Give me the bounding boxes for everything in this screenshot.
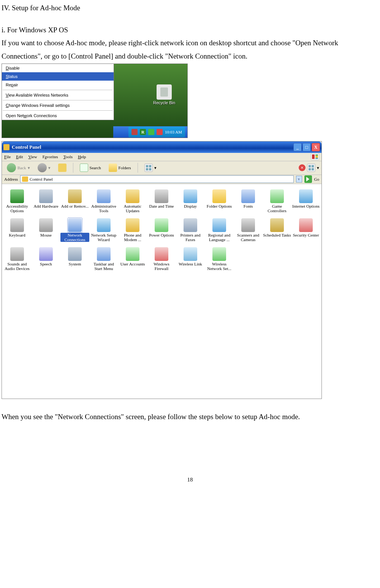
address-bar: Address Control Panel v Go (2, 175, 321, 184)
control-panel-item[interactable]: Regional and Language ... (205, 218, 234, 242)
control-panel-item[interactable]: System (60, 247, 89, 271)
control-panel-item[interactable]: Internet Options (291, 189, 320, 213)
applet-label: Administrative Tools (89, 204, 118, 213)
control-panel-item[interactable]: Scheduled Tasks (263, 218, 291, 242)
chevron-down-icon: ▾ (28, 165, 30, 170)
control-panel-item[interactable]: Speech (32, 247, 60, 271)
applet-label: Speech (32, 262, 60, 266)
address-label: Address (4, 177, 18, 181)
recycle-bin-desktop-icon[interactable]: Recycle Bin (151, 84, 177, 105)
control-panel-item[interactable]: Scanners and Cameras (234, 218, 263, 242)
control-panel-item[interactable]: Wireless Link (176, 247, 205, 271)
applet-icon (155, 247, 168, 261)
menu-favorites[interactable]: Favorites (43, 154, 58, 159)
address-value: Control Panel (30, 177, 53, 181)
applet-label: System (60, 262, 89, 266)
control-panel-item[interactable]: Automatic Updates (118, 189, 147, 213)
applet-icon (10, 247, 24, 261)
menu-edit[interactable]: Edit (16, 154, 23, 159)
chevron-down-icon: ▾ (317, 165, 319, 170)
up-button[interactable] (55, 162, 69, 173)
go-button[interactable] (304, 175, 312, 183)
applet-icon (126, 247, 139, 261)
stop-icon[interactable]: × (299, 164, 306, 171)
forward-button[interactable]: ▾ (35, 162, 53, 173)
tray-safely-remove-icon[interactable] (148, 129, 154, 135)
back-button[interactable]: Back ▾ (4, 162, 33, 173)
control-panel-icon (3, 144, 10, 150)
address-dropdown-icon[interactable]: v (296, 176, 302, 183)
control-panel-item[interactable]: Network Connections (60, 218, 89, 242)
applet-icon (126, 189, 139, 203)
folders-icon (109, 164, 117, 172)
windows-flag-icon (311, 153, 319, 160)
control-panel-item[interactable]: Wireless Network Set... (205, 247, 234, 271)
applet-icon (241, 218, 255, 232)
go-label: Go (314, 177, 319, 181)
close-button[interactable]: X (312, 143, 320, 151)
context-menu-item[interactable]: Status (2, 72, 114, 81)
control-panel-item[interactable]: User Accounts (118, 247, 147, 271)
paragraph-1: If you want to choose Ad-hoc mode, pleas… (2, 37, 378, 62)
applet-icon (241, 189, 255, 203)
titlebar: Control Panel _ □ X (2, 141, 321, 153)
maximize-button[interactable]: □ (302, 143, 311, 151)
applet-label: Scheduled Tasks (263, 233, 291, 237)
control-panel-item[interactable]: Mouse (32, 218, 60, 242)
thumbnails-icon[interactable] (307, 164, 315, 172)
applet-icon (97, 218, 111, 232)
control-panel-item[interactable]: Add or Remov... (60, 189, 89, 213)
control-panel-item[interactable]: Folder Options (205, 189, 234, 213)
tray-network-off-icon[interactable] (131, 129, 138, 135)
system-tray: R 10:03 AM (128, 127, 185, 137)
taskbar-clock[interactable]: 10:03 AM (165, 130, 182, 134)
control-panel-item[interactable]: Keyboard (3, 218, 32, 242)
menubar: File Edit View Favorites Tools Help (2, 153, 321, 161)
applet-icon (68, 247, 82, 261)
control-panel-item[interactable]: Phone and Modem ... (118, 218, 147, 242)
folders-button[interactable]: Folders (106, 162, 134, 173)
menu-help[interactable]: Help (78, 154, 86, 159)
toolbar-separator (73, 163, 73, 173)
applet-icon (270, 189, 284, 203)
control-panel-item[interactable]: Security Center (291, 218, 320, 242)
control-panel-item[interactable]: Printers and Faxes (176, 218, 205, 242)
control-panel-item[interactable]: Game Controllers (263, 189, 291, 213)
control-panel-item[interactable]: Power Options (147, 218, 176, 242)
control-panel-item[interactable]: Administrative Tools (89, 189, 118, 213)
context-menu-item[interactable]: Repair (2, 81, 114, 89)
control-panel-item[interactable]: Display (176, 189, 205, 213)
control-panel-item[interactable]: Date and Time (147, 189, 176, 213)
control-panel-item[interactable]: Network Setup Wizard (89, 218, 118, 242)
applet-icon (184, 247, 197, 261)
taskbar: R 10:03 AM (113, 126, 187, 138)
recycle-bin-icon (157, 84, 172, 100)
tray-r-icon[interactable]: R (140, 129, 146, 135)
control-panel-item[interactable]: Sounds and Audio Devices (3, 247, 32, 271)
control-panel-item[interactable]: Taskbar and Start Menu (89, 247, 118, 271)
applet-label: Keyboard (3, 233, 32, 237)
views-button[interactable]: ▾ (142, 162, 159, 173)
menu-separator (3, 90, 113, 90)
address-input[interactable]: Control Panel (20, 175, 293, 183)
applet-label: Wireless Link (176, 262, 205, 266)
menu-tools[interactable]: Tools (63, 154, 73, 159)
menu-view[interactable]: View (28, 154, 37, 159)
control-panel-screenshot: Control Panel _ □ X File Edit View Favor… (2, 141, 322, 399)
section-heading: IV. Setup for Ad-hoc Mode (2, 2, 378, 14)
control-panel-item[interactable]: Fonts (234, 189, 263, 213)
minimize-button[interactable]: _ (293, 143, 302, 151)
applet-label: Folder Options (205, 204, 234, 208)
context-menu-item[interactable]: Change Windows Firewall settings (2, 101, 114, 110)
control-panel-item[interactable]: Add Hardware (32, 189, 60, 213)
search-button[interactable]: Search (77, 162, 104, 173)
context-menu-item[interactable]: Disable (2, 64, 114, 72)
tray-shield-icon[interactable] (157, 129, 163, 135)
context-menu-item[interactable]: Open Network Connections (2, 111, 114, 120)
control-panel-item[interactable]: Windows Firewall (147, 247, 176, 271)
context-menu-item[interactable]: View Available Wireless Networks (2, 91, 114, 99)
control-panel-item[interactable]: Accessibility Options (3, 189, 32, 213)
search-icon (80, 164, 88, 172)
menu-file[interactable]: File (4, 154, 11, 159)
applet-icon (212, 218, 226, 232)
